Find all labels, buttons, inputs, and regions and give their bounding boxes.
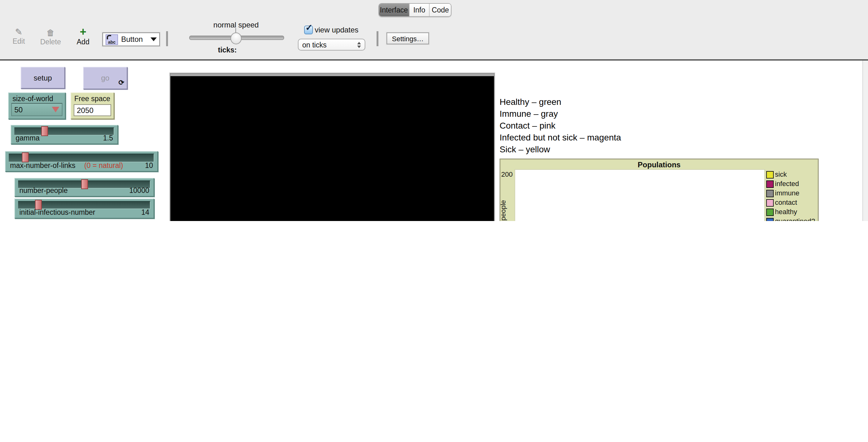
tab-bar: Interface Info Code: [378, 3, 452, 17]
widget-type-dropdown[interactable]: abc Button: [102, 32, 160, 46]
vertical-scrollbar[interactable]: [862, 61, 868, 221]
edit-button[interactable]: ✎ Edit: [9, 26, 29, 45]
widget-type-value: Button: [121, 35, 143, 44]
button-widget-icon: abc: [105, 34, 118, 44]
tab-interface[interactable]: Interface: [379, 4, 409, 16]
pencil-icon: ✎: [15, 27, 22, 37]
add-button[interactable]: + Add: [72, 27, 94, 45]
tab-code[interactable]: Code: [430, 4, 451, 16]
legend-item-sick: sick: [775, 170, 787, 178]
slider-number-people: number-people10000: [14, 178, 154, 197]
slider-gamma: gamma1.5: [11, 125, 118, 144]
toolbar: Interface Info Code ✎ Edit 🗑 Delete + Ad…: [0, 0, 868, 61]
slider-note: (0 = natural): [84, 162, 123, 169]
chevron-down-icon: [151, 37, 157, 41]
legend-item-infected: infected: [775, 180, 799, 187]
toolbar-separator: [166, 31, 168, 46]
plot-title: Populations: [500, 160, 818, 169]
legend-item-immune: immune: [775, 189, 799, 197]
view-updates-checkbox[interactable]: ✓: [304, 26, 313, 34]
update-mode-value: on ticks: [302, 41, 327, 49]
legend-swatch: [766, 181, 774, 188]
legend-swatch: [766, 209, 774, 216]
stepper-arrows-icon: [357, 41, 361, 48]
free-space-value: 2050: [74, 104, 111, 116]
legend-item-quarantined: quarantined?: [775, 217, 815, 221]
ticks-label: ticks:: [218, 46, 237, 54]
populations-plot: Populations 200 0 people 0 weeks 52 sick…: [500, 159, 819, 221]
tab-info[interactable]: Info: [409, 4, 430, 16]
plot-ylabel: people: [499, 200, 507, 221]
trash-icon: 🗑: [46, 28, 55, 37]
legend-swatch: [766, 171, 774, 179]
plus-icon: +: [80, 26, 86, 38]
go-button[interactable]: go ⟳: [83, 67, 127, 89]
netlogo-window: Interface Info Code ✎ Edit 🗑 Delete + Ad…: [0, 0, 868, 221]
plot-area: [515, 169, 765, 221]
chooser-value[interactable]: 50: [11, 103, 62, 116]
chooser-label: size-of-world: [9, 93, 65, 104]
toolbar-separator-2: [377, 31, 378, 46]
check-icon: ✓: [305, 23, 313, 32]
legend-swatch: [766, 190, 774, 197]
edit-label: Edit: [9, 37, 29, 45]
settings-button[interactable]: Settings…: [386, 32, 429, 44]
forever-icon: ⟳: [119, 78, 124, 87]
legend-item-contact: contact: [775, 198, 797, 206]
slider-max-number-of-links: max-number-of-links(0 = natural)10: [5, 151, 158, 172]
legend-item-healthy: healthy: [775, 208, 797, 215]
slider-handle[interactable]: [22, 152, 29, 162]
free-space-monitor: Free space 2050: [70, 92, 114, 119]
speed-slider-label: normal speed: [198, 21, 274, 29]
delete-label: Delete: [39, 38, 62, 45]
update-mode-dropdown[interactable]: on ticks: [298, 39, 365, 51]
world-view-border: [170, 74, 494, 76]
legend-swatch: [766, 218, 774, 221]
add-label: Add: [72, 38, 94, 45]
speed-slider-knob[interactable]: [230, 32, 242, 44]
world-view[interactable]: [170, 73, 495, 221]
slider-track[interactable]: [9, 154, 154, 162]
slider-initial-infectious-number: initial-infectious-number14: [14, 198, 154, 219]
delete-button[interactable]: 🗑 Delete: [39, 27, 62, 45]
legend-swatch: [766, 199, 774, 207]
chooser-arrow-icon: [52, 107, 59, 113]
size-of-world-chooser[interactable]: size-of-world 50: [8, 92, 66, 119]
setup-button[interactable]: setup: [21, 67, 65, 89]
color-key-note: Healthy – green Immune – gray Contact – …: [500, 96, 621, 155]
view-updates-label: view updates: [315, 26, 359, 34]
